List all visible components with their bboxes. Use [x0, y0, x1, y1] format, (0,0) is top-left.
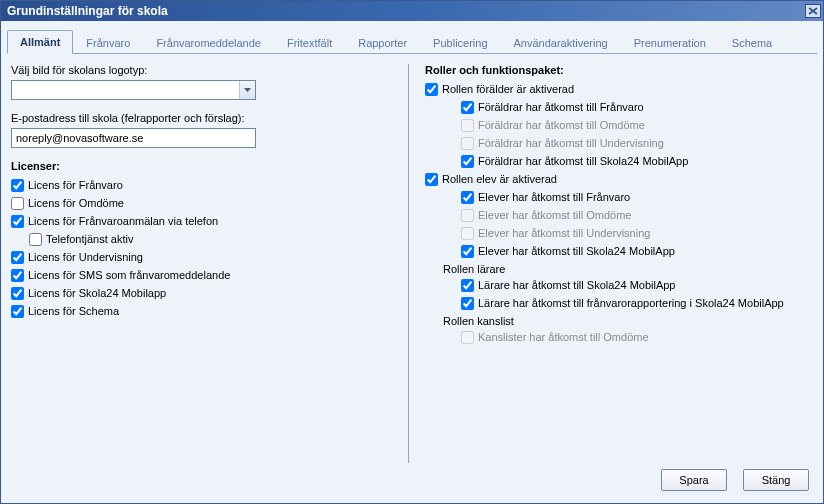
close-button[interactable]: Stäng — [743, 469, 809, 491]
tab-fr-nvaro[interactable]: Frånvaro — [73, 31, 143, 54]
role-head-label: Rollen elev är aktiverad — [442, 172, 557, 187]
tab-anv-ndaraktivering[interactable]: Användaraktivering — [501, 31, 621, 54]
tab-publicering[interactable]: Publicering — [420, 31, 500, 54]
role-item: Föräldrar har åtkomst till Frånvaro — [461, 100, 813, 115]
role-item: Elever har åtkomst till Frånvaro — [461, 190, 813, 205]
role-item: Lärare har åtkomst till frånvarorapporte… — [461, 296, 813, 311]
role-item: Lärare har åtkomst till Skola24 MobilApp — [461, 278, 813, 293]
license-label: Licens för Frånvaro — [28, 178, 123, 193]
role-head: Rollen förälder är aktiverad — [425, 82, 813, 97]
license-label: Licens för Frånvaroanmälan via telefon — [28, 214, 218, 229]
role-item-label: Lärare har åtkomst till Skola24 MobilApp — [478, 278, 675, 293]
role-item-checkbox — [461, 209, 474, 222]
license-item: Licens för Frånvaro — [11, 178, 392, 193]
role-head-label: Rollen förälder är aktiverad — [442, 82, 574, 97]
role-item-checkbox[interactable] — [461, 191, 474, 204]
role-item: Föräldrar har åtkomst till Skola24 Mobil… — [461, 154, 813, 169]
tab-fritextf-lt[interactable]: Fritextfält — [274, 31, 345, 54]
email-input[interactable] — [11, 128, 256, 148]
role-item-checkbox[interactable] — [461, 297, 474, 310]
role-head: Rollen elev är aktiverad — [425, 172, 813, 187]
titlebar: Grundinställningar för skola — [1, 1, 823, 21]
role-item-label: Elever har åtkomst till Undervisning — [478, 226, 650, 241]
role-head: Rollen lärare — [443, 263, 813, 275]
role-item-checkbox[interactable] — [461, 101, 474, 114]
email-label: E-postadress till skola (felrapporter oc… — [11, 112, 392, 124]
footer: Spara Stäng — [7, 463, 817, 497]
license-item: Licens för Frånvaroanmälan via telefon — [11, 214, 392, 229]
license-checkbox[interactable] — [11, 215, 24, 228]
role-item: Elever har åtkomst till Skola24 MobilApp — [461, 244, 813, 259]
logo-label: Välj bild för skolans logotyp: — [11, 64, 392, 76]
license-label: Licens för Skola24 Mobilapp — [28, 286, 166, 301]
vertical-divider — [408, 64, 409, 463]
license-checkbox[interactable] — [29, 233, 42, 246]
role-head-checkbox[interactable] — [425, 83, 438, 96]
license-label: Licens för Undervisning — [28, 250, 143, 265]
role-head-checkbox[interactable] — [425, 173, 438, 186]
left-column: Välj bild för skolans logotyp: E-postadr… — [7, 64, 402, 463]
licenses-title: Licenser: — [11, 160, 392, 172]
chevron-down-icon — [239, 81, 255, 99]
license-item: Telefontjänst aktiv — [29, 232, 392, 247]
right-column: Roller och funktionspaket: Rollen föräld… — [415, 64, 817, 463]
role-item-label: Föräldrar har åtkomst till Omdöme — [478, 118, 645, 133]
content-area: AllmäntFrånvaroFrånvaromeddelandeFritext… — [1, 21, 823, 503]
tab-allm-nt[interactable]: Allmänt — [7, 30, 73, 54]
role-item-label: Lärare har åtkomst till frånvarorapporte… — [478, 296, 784, 311]
license-checkbox[interactable] — [11, 197, 24, 210]
role-item: Föräldrar har åtkomst till Omdöme — [461, 118, 813, 133]
role-item: Kanslister har åtkomst till Omdöme — [461, 330, 813, 345]
license-item: Licens för Omdöme — [11, 196, 392, 211]
tab-rapporter[interactable]: Rapporter — [345, 31, 420, 54]
license-item: Licens för SMS som frånvaromeddelande — [11, 268, 392, 283]
role-item-checkbox — [461, 119, 474, 132]
tabstrip: AllmäntFrånvaroFrånvaromeddelandeFritext… — [7, 27, 817, 54]
license-checkbox[interactable] — [11, 251, 24, 264]
save-button[interactable]: Spara — [661, 469, 727, 491]
license-checkbox[interactable] — [11, 179, 24, 192]
license-item: Licens för Undervisning — [11, 250, 392, 265]
role-item-label: Elever har åtkomst till Skola24 MobilApp — [478, 244, 675, 259]
logo-select[interactable] — [11, 80, 256, 100]
role-item-label: Föräldrar har åtkomst till Skola24 Mobil… — [478, 154, 688, 169]
role-item-label: Föräldrar har åtkomst till Undervisning — [478, 136, 664, 151]
license-item: Licens för Skola24 Mobilapp — [11, 286, 392, 301]
role-item: Elever har åtkomst till Undervisning — [461, 226, 813, 241]
role-item-label: Elever har åtkomst till Frånvaro — [478, 190, 630, 205]
license-checkbox[interactable] — [11, 287, 24, 300]
tab-prenumeration[interactable]: Prenumeration — [621, 31, 719, 54]
role-item-checkbox[interactable] — [461, 245, 474, 258]
licenses-list: Licens för FrånvaroLicens för OmdömeLice… — [11, 178, 392, 319]
role-item: Föräldrar har åtkomst till Undervisning — [461, 136, 813, 151]
close-icon[interactable] — [805, 4, 821, 18]
role-item-label: Föräldrar har åtkomst till Frånvaro — [478, 100, 644, 115]
license-label: Telefontjänst aktiv — [46, 232, 133, 247]
body: Välj bild för skolans logotyp: E-postadr… — [7, 64, 817, 463]
license-item: Licens för Schema — [11, 304, 392, 319]
settings-window: Grundinställningar för skola AllmäntFrån… — [0, 0, 824, 504]
role-item-checkbox — [461, 137, 474, 150]
tab-fr-nvaromeddelande[interactable]: Frånvaromeddelande — [143, 31, 274, 54]
svg-marker-2 — [244, 88, 251, 92]
role-item-label: Kanslister har åtkomst till Omdöme — [478, 330, 649, 345]
roles-title: Roller och funktionspaket: — [425, 64, 813, 76]
role-item: Elever har åtkomst till Omdöme — [461, 208, 813, 223]
license-label: Licens för SMS som frånvaromeddelande — [28, 268, 230, 283]
license-checkbox[interactable] — [11, 269, 24, 282]
license-checkbox[interactable] — [11, 305, 24, 318]
role-head: Rollen kanslist — [443, 315, 813, 327]
license-label: Licens för Schema — [28, 304, 119, 319]
role-item-checkbox[interactable] — [461, 279, 474, 292]
role-item-label: Elever har åtkomst till Omdöme — [478, 208, 631, 223]
role-item-checkbox[interactable] — [461, 155, 474, 168]
roles-container: Rollen förälder är aktiveradFöräldrar ha… — [425, 82, 813, 345]
window-title: Grundinställningar för skola — [7, 4, 168, 18]
role-item-checkbox — [461, 227, 474, 240]
license-label: Licens för Omdöme — [28, 196, 124, 211]
tab-schema[interactable]: Schema — [719, 31, 785, 54]
role-item-checkbox — [461, 331, 474, 344]
